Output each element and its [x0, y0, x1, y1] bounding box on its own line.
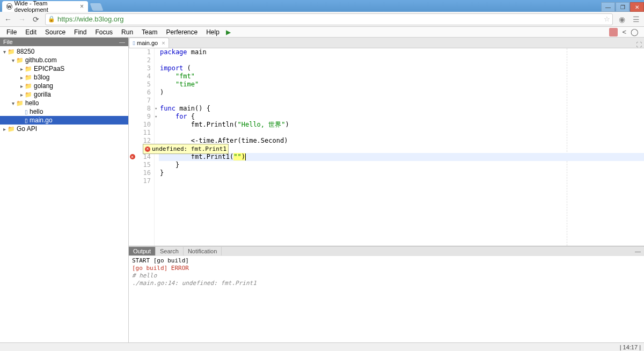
folder-icon: 📁: [8, 48, 15, 55]
tree-github[interactable]: ▾ 📁 github.com: [0, 56, 128, 64]
close-tab-icon[interactable]: ×: [162, 40, 165, 46]
menu-icon[interactable]: ☰: [631, 14, 641, 24]
menu-team[interactable]: Team: [137, 27, 162, 37]
forward-button[interactable]: →: [17, 14, 27, 24]
code-line: import (: [159, 64, 644, 72]
folder-icon: 📁: [25, 83, 32, 90]
output-line-error: [go build] ERROR: [132, 265, 641, 272]
file-icon: ▯: [25, 109, 28, 115]
text-cursor: [245, 153, 246, 160]
code-line: [159, 97, 644, 105]
back-button[interactable]: ←: [3, 14, 13, 24]
menu-source[interactable]: Source: [41, 27, 70, 37]
code-line: "fmt": [159, 72, 644, 81]
menu-find[interactable]: Find: [70, 27, 91, 37]
chevron-right-icon[interactable]: ▸: [1, 126, 8, 132]
favicon-icon: W: [6, 3, 12, 10]
sidebar: File — ▾ 📁 88250 ▾ 📁 github.com ▸ 📁 EPIC…: [0, 38, 129, 342]
output-line: # hello: [132, 272, 641, 280]
tab-output[interactable]: Output: [129, 247, 156, 255]
fold-marker-icon[interactable]: ▾: [155, 105, 157, 113]
menu-focus[interactable]: Focus: [91, 27, 117, 37]
tree-label: hello: [25, 99, 39, 107]
url-text: https://wide.b3log.org: [57, 15, 124, 23]
tree-gorilla[interactable]: ▸ 📁 gorilla: [0, 90, 128, 99]
line-number: 11: [129, 129, 151, 137]
line-number: 6: [129, 89, 151, 97]
chevron-down-icon[interactable]: ▾: [10, 100, 16, 106]
code-line: "time": [159, 81, 644, 89]
browser-titlebar: W Wide - Team development × — ❐ ✕: [0, 0, 644, 12]
cursor-position: | 14:17 |: [620, 344, 641, 350]
fold-marker-icon[interactable]: ▾: [155, 113, 157, 121]
tree-label: main.go: [30, 116, 53, 124]
editor-area: ▯ main.go × ⛶ 1 2 3 4 5 6 7 8 9 10 11 12…: [129, 38, 644, 342]
output-line: ./main.go:14: undefined: fmt.Print1: [132, 280, 641, 287]
line-number: 5: [129, 81, 151, 89]
code-content[interactable]: package main import ( "fmt" "time" ) fun…: [159, 48, 644, 246]
minimize-button[interactable]: —: [601, 2, 615, 12]
menu-file[interactable]: File: [2, 27, 21, 37]
line-number: 1: [129, 48, 151, 56]
code-line: <-time.After(time.Second): [159, 137, 644, 145]
tree-hello-dir[interactable]: ▾ 📁 hello: [0, 99, 128, 107]
line-number-error: 14: [129, 153, 151, 161]
editor-tabs: ▯ main.go × ⛶: [129, 38, 644, 48]
tree-epicpaas[interactable]: ▸ 📁 EPICPaaS: [0, 64, 128, 73]
tree-golang[interactable]: ▸ 📁 golang: [0, 82, 128, 90]
folder-icon: 📁: [16, 100, 24, 107]
url-bar[interactable]: 🔒 https://wide.b3log.org ☆: [45, 13, 613, 25]
tree-label: hello: [30, 108, 43, 115]
extensions-icon[interactable]: ◉: [617, 14, 627, 24]
editor-tab-main-go[interactable]: ▯ main.go ×: [129, 38, 169, 48]
go-file-icon: ▯: [133, 40, 135, 46]
close-tab-icon[interactable]: ×: [80, 3, 84, 10]
tree-label: golang: [34, 82, 53, 90]
line-number: 15: [129, 161, 151, 169]
tree-hello-file[interactable]: ▯ hello: [0, 107, 128, 116]
fullscreen-icon[interactable]: ⛶: [636, 41, 642, 48]
run-icon[interactable]: ▶: [226, 28, 231, 36]
tree-label: github.com: [25, 56, 57, 64]
code-editor[interactable]: 1 2 3 4 5 6 7 8 9 10 11 12 13 14 15 16 1…: [129, 48, 644, 246]
sidebar-toggle-icon[interactable]: —: [119, 39, 125, 45]
github-icon[interactable]: ◯: [631, 28, 639, 36]
error-gutter-icon[interactable]: [130, 154, 135, 159]
tree-b3log[interactable]: ▸ 📁 b3log: [0, 73, 128, 82]
bookmark-star-icon[interactable]: ☆: [604, 15, 610, 23]
browser-tab-title: Wide - Team development: [14, 0, 75, 13]
chevron-right-icon[interactable]: ▸: [18, 66, 25, 72]
tree-main-go[interactable]: ▯ main.go: [0, 116, 128, 125]
editor-tab-label: main.go: [137, 40, 158, 46]
menu-preference[interactable]: Perference: [162, 27, 202, 37]
menu-run[interactable]: Run: [117, 27, 137, 37]
chevron-right-icon[interactable]: ▸: [18, 92, 25, 98]
close-window-button[interactable]: ✕: [630, 2, 644, 12]
chevron-down-icon[interactable]: ▾: [10, 57, 16, 63]
chevron-right-icon[interactable]: ▸: [18, 83, 25, 89]
code-line: }: [159, 161, 644, 169]
minimize-panel-icon[interactable]: —: [632, 248, 644, 254]
avatar[interactable]: [609, 28, 618, 36]
browser-tab[interactable]: W Wide - Team development ×: [2, 1, 88, 12]
chevron-down-icon[interactable]: ▾: [1, 49, 8, 55]
tab-notification[interactable]: Notification: [184, 247, 222, 255]
line-number: 17: [129, 177, 151, 185]
tree-go-api[interactable]: ▸ 📁 Go API: [0, 125, 128, 133]
tree-label: Go API: [17, 125, 37, 133]
line-number: 10: [129, 121, 151, 129]
output-console[interactable]: START [go build] [go build] ERROR # hell…: [129, 256, 644, 342]
code-line: fmt.Println("Hello, 世界"): [159, 121, 644, 129]
line-number: 16: [129, 169, 151, 177]
tree-root[interactable]: ▾ 📁 88250: [0, 47, 128, 56]
menu-help[interactable]: Help: [202, 27, 224, 37]
reload-button[interactable]: ⟳: [31, 14, 41, 24]
maximize-button[interactable]: ❐: [616, 2, 630, 12]
share-icon[interactable]: <: [622, 28, 626, 36]
menu-edit[interactable]: Edit: [21, 27, 41, 37]
chevron-right-icon[interactable]: ▸: [18, 75, 25, 81]
new-tab-button[interactable]: [90, 3, 103, 11]
code-line: [159, 129, 644, 137]
window-controls: — ❐ ✕: [601, 2, 644, 12]
tab-search[interactable]: Search: [156, 247, 184, 255]
